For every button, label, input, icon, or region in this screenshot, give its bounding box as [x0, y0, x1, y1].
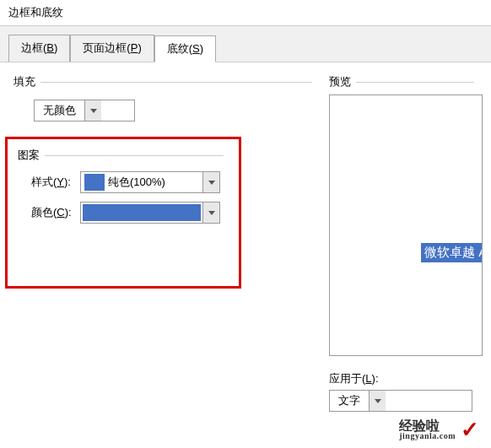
style-value: 纯色(100%): [108, 175, 165, 190]
chevron-down-icon: [202, 172, 219, 192]
highlight-box: 图案 样式(Y): 纯色(100%): [5, 137, 241, 289]
watermark: 经验啦 jingyanla.com ✓: [399, 417, 479, 443]
style-swatch: [84, 174, 105, 191]
pattern-group-label: 图案: [18, 148, 232, 163]
window-title-text: 边框和底纹: [8, 6, 63, 19]
tab-border[interactable]: 边框(B): [8, 35, 70, 62]
check-icon: ✓: [461, 417, 479, 443]
fill-color-value: 无颜色: [35, 100, 84, 121]
fill-group-label: 填充: [13, 74, 321, 89]
window-title: 边框和底纹: [0, 0, 491, 26]
preview-sample-text: 微软卓越 Aa: [421, 243, 483, 262]
tab-shading[interactable]: 底纹(S): [154, 35, 216, 62]
divider: [45, 155, 224, 156]
chevron-down-icon: [369, 391, 386, 411]
divider: [356, 82, 474, 83]
watermark-top: 经验啦: [399, 420, 456, 432]
watermark-bottom: jingyanla.com: [399, 432, 456, 440]
fill-color-dropdown[interactable]: 无颜色: [34, 100, 135, 121]
apply-to-label: 应用于(L):: [329, 371, 483, 386]
chevron-down-icon: [202, 202, 219, 223]
tab-bar: 边框(B) 页面边框(P) 底纹(S): [0, 26, 491, 62]
tab-page-border[interactable]: 页面边框(P): [70, 35, 154, 62]
color-dropdown[interactable]: [80, 202, 220, 224]
apply-to-dropdown[interactable]: 文字: [329, 390, 472, 412]
preview-area: 微软卓越 Aa: [329, 94, 483, 356]
style-label: 样式(Y):: [31, 175, 80, 190]
preview-group-label: 预览: [329, 74, 483, 89]
color-swatch: [83, 204, 201, 221]
style-dropdown[interactable]: 纯色(100%): [80, 171, 220, 193]
chevron-down-icon: [84, 100, 101, 121]
apply-to-value: 文字: [330, 391, 369, 411]
color-label: 颜色(C):: [31, 205, 80, 220]
divider: [40, 82, 312, 83]
